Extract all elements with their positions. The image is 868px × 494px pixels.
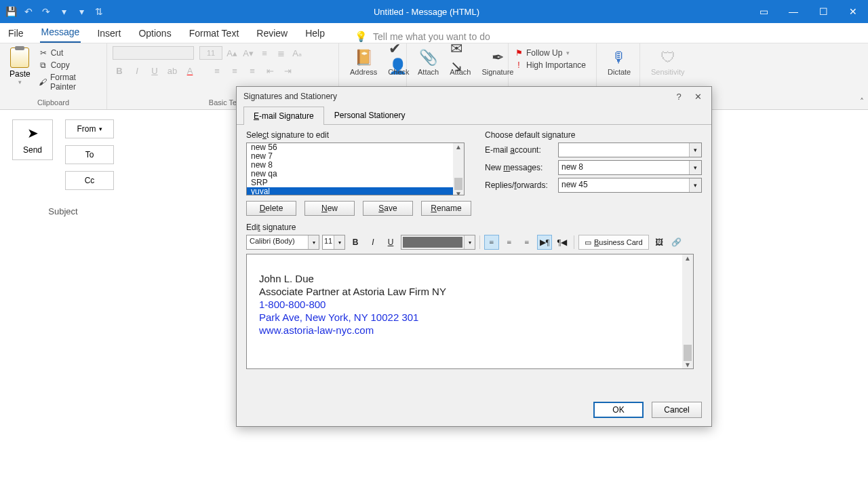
sig-item[interactable]: new 7 <box>247 152 464 161</box>
sig-font-size-select[interactable]: 11▾ <box>322 235 345 250</box>
align-center-icon[interactable]: ≡ <box>228 64 241 77</box>
cancel-button[interactable]: Cancel <box>652 402 702 418</box>
address-book-icon: 📔 <box>353 48 374 68</box>
minimize-icon[interactable]: — <box>778 0 808 23</box>
increase-indent-icon[interactable]: ⇥ <box>281 64 294 77</box>
tab-options[interactable]: Options <box>137 25 172 43</box>
scroll-down-icon[interactable]: ▼ <box>455 190 462 195</box>
underline-button[interactable]: U <box>383 235 398 250</box>
email-account-select[interactable]: ▾ <box>558 142 702 157</box>
tab-review[interactable]: Review <box>255 25 289 43</box>
high-importance-button[interactable]: !High Importance <box>514 60 586 71</box>
sig-item-selected[interactable]: yuval <box>247 187 464 195</box>
ok-button[interactable]: OK <box>593 402 644 418</box>
dialog-close-icon[interactable]: ✕ <box>688 90 707 103</box>
ltr-button[interactable]: ▶¶ <box>537 235 552 250</box>
tab-format-text[interactable]: Format Text <box>188 25 241 43</box>
align-left-button[interactable]: ≡ <box>484 235 499 250</box>
save-icon[interactable]: 💾 <box>5 6 16 17</box>
paste-dropdown-icon[interactable]: ▾ <box>18 79 22 86</box>
tab-message[interactable]: Message <box>40 24 81 43</box>
bold-button[interactable]: B <box>348 235 363 250</box>
business-card-button[interactable]: ▭Business Card <box>578 235 649 250</box>
align-right-icon[interactable]: ≡ <box>245 64 259 77</box>
cc-button[interactable]: Cc <box>65 171 114 190</box>
format-painter-button[interactable]: 🖌Format Painter <box>39 72 101 92</box>
signature-list[interactable]: new 56 new 7 new 8 new qa SRP yuval ▲▼ <box>246 142 465 195</box>
decrease-indent-icon[interactable]: ⇤ <box>263 64 277 77</box>
bullets-icon[interactable]: ≡ <box>258 46 271 60</box>
to-button[interactable]: To <box>65 145 114 164</box>
sig-item[interactable]: new 56 <box>247 143 464 152</box>
underline-icon[interactable]: U <box>148 64 161 77</box>
styles-icon[interactable]: Aₐ <box>290 46 304 60</box>
tab-file[interactable]: File <box>7 25 25 43</box>
new-button[interactable]: New <box>304 201 355 216</box>
collapse-ribbon-icon[interactable]: ˄ <box>860 97 864 107</box>
scroll-down-icon[interactable]: ▼ <box>684 361 691 368</box>
close-icon[interactable]: ✕ <box>838 0 868 23</box>
tab-help[interactable]: Help <box>304 25 326 43</box>
sig-font-family-select[interactable]: Calibri (Body)▾ <box>246 235 319 250</box>
scroll-up-icon[interactable]: ▲ <box>455 143 462 151</box>
replies-forwards-select[interactable]: new 45▾ <box>558 178 702 193</box>
qat-customize-icon[interactable]: ⇅ <box>94 6 104 17</box>
rtl-button[interactable]: ¶◀ <box>555 235 570 250</box>
dictate-button[interactable]: 🎙Dictate <box>602 46 636 77</box>
subject-label: Subject <box>12 206 114 216</box>
align-left-icon[interactable]: ≡ <box>210 64 224 77</box>
font-size-select[interactable]: 11 <box>199 46 222 60</box>
insert-picture-button[interactable]: 🖼 <box>652 235 667 250</box>
select-signature-label: Select signature to edit <box>246 130 471 140</box>
redo-icon[interactable]: ↷ <box>41 6 52 17</box>
address-book-button[interactable]: 📔Address <box>344 46 382 77</box>
paste-button[interactable]: Paste ▾ <box>5 46 35 87</box>
list-scrollbar[interactable]: ▲▼ <box>453 143 464 195</box>
attach-item-button[interactable]: ✉↘Attach <box>444 46 476 77</box>
italic-button[interactable]: I <box>366 235 380 250</box>
copy-button[interactable]: ⧉Copy <box>39 60 101 71</box>
cut-button[interactable]: ✂Cut <box>39 48 101 58</box>
signature-editor[interactable]: John L. Due Associate Partner at Astoria… <box>246 254 694 369</box>
attach-file-button[interactable]: 📎Attach <box>412 46 444 77</box>
scroll-thumb[interactable] <box>684 345 692 361</box>
grow-font-icon[interactable]: A▴ <box>225 46 239 60</box>
new-messages-label: New messages: <box>485 163 555 172</box>
tab-personal-stationery[interactable]: Personal Stationery <box>324 106 416 124</box>
align-center-button[interactable]: ≡ <box>502 235 517 250</box>
shrink-font-icon[interactable]: A▾ <box>241 46 255 60</box>
maximize-icon[interactable]: ☐ <box>808 0 838 23</box>
scroll-thumb[interactable] <box>454 178 462 190</box>
delete-button[interactable]: Delete <box>246 201 296 216</box>
sig-font-color-select[interactable]: ▾ <box>401 235 475 250</box>
tab-insert[interactable]: Insert <box>96 25 122 43</box>
save-button[interactable]: Save <box>363 201 413 216</box>
align-right-button[interactable]: ≡ <box>519 235 534 250</box>
editor-scrollbar[interactable]: ▲▼ <box>682 254 693 368</box>
font-family-select[interactable] <box>113 46 194 60</box>
new-messages-select[interactable]: new 8▾ <box>558 160 702 175</box>
tab-email-signature[interactable]: E-mail Signature <box>243 107 324 125</box>
sig-item[interactable]: SRP <box>247 178 464 187</box>
italic-icon[interactable]: I <box>130 64 144 77</box>
edit-signature-label: Edit signature <box>246 223 702 232</box>
send-arrow-icon: ➤ <box>27 125 39 141</box>
from-button[interactable]: From▾ <box>65 119 114 138</box>
undo-icon[interactable]: ↶ <box>23 6 34 17</box>
sig-item[interactable]: new 8 <box>247 161 464 170</box>
highlight-icon[interactable]: ab <box>165 64 179 77</box>
send-button[interactable]: ➤ Send <box>12 119 53 160</box>
qat-down1-icon[interactable]: ▾ <box>58 6 69 17</box>
scroll-up-icon[interactable]: ▲ <box>684 254 691 262</box>
follow-up-button[interactable]: ⚑Follow Up▾ <box>514 48 570 58</box>
font-color-icon[interactable]: A <box>183 64 197 77</box>
qat-down2-icon[interactable]: ▾ <box>76 6 87 17</box>
insert-hyperlink-button[interactable]: 🔗 <box>669 235 684 250</box>
bold-icon[interactable]: B <box>113 64 126 77</box>
sig-item[interactable]: new qa <box>247 170 464 178</box>
dialog-help-icon[interactable]: ? <box>669 90 688 103</box>
numbering-icon[interactable]: ≣ <box>274 46 288 60</box>
ribbon-display-icon[interactable]: ▭ <box>749 0 778 23</box>
rename-button[interactable]: Rename <box>421 201 471 216</box>
sensitivity-button[interactable]: 🛡Sensitivity <box>646 46 690 77</box>
